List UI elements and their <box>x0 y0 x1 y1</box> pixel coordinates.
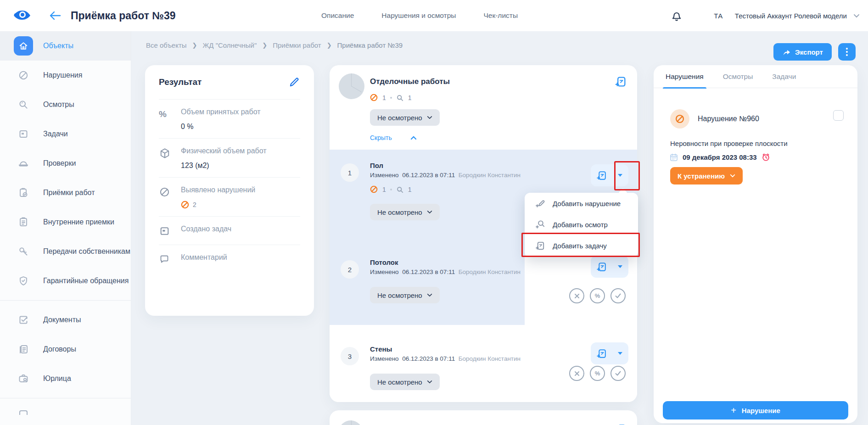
breadcrumb-project[interactable]: ЖД "Солнечный" <box>202 41 257 49</box>
tab-violations-inspections[interactable]: Нарушения и осмотры <box>381 11 456 20</box>
dot-separator <box>390 189 392 190</box>
breadcrumb-all-objects[interactable]: Все объекты <box>146 41 187 49</box>
sidebar-item-objects[interactable]: Объекты <box>0 31 131 61</box>
section-status-dropdown[interactable]: Не осмотрено <box>370 109 440 126</box>
row-number: 1 <box>341 163 359 182</box>
kebab-icon <box>846 48 848 56</box>
work-row-ceiling[interactable]: 2 Потолок Изменено 06.12.2023 в 07:11 Бо… <box>330 246 637 325</box>
row-status-label: Не осмотрено <box>377 378 422 386</box>
plus-icon: + <box>731 406 736 415</box>
partial-percent-button[interactable]: % <box>590 366 605 381</box>
tab-violations[interactable]: Нарушения <box>666 65 704 88</box>
violation-avatar-icon <box>670 109 689 129</box>
row-action-group <box>591 342 628 364</box>
more-actions-button[interactable] <box>838 43 856 61</box>
section-status-label: Не осмотрено <box>377 114 422 122</box>
clipboard-check-icon <box>14 183 33 202</box>
sidebar-item-contracts[interactable]: Договоры <box>0 335 131 364</box>
caret-down-icon <box>618 174 622 177</box>
document-check-icon <box>14 310 33 330</box>
sidebar-item-label: Объекты <box>43 42 73 50</box>
sidebar-item-legal-entities[interactable]: Юрлица <box>0 364 131 393</box>
reject-circle-x-button[interactable] <box>569 366 584 381</box>
reject-circle-x-button[interactable] <box>569 288 584 303</box>
sidebar-item-documents[interactable]: Документы <box>0 305 131 335</box>
chevron-down-icon <box>730 174 735 178</box>
row-status-dropdown[interactable]: Не осмотрено <box>370 204 440 220</box>
result-row-physical-volume: Физический объем работ 123 (м2) <box>159 138 300 177</box>
sidebar-item-internal-acceptances[interactable]: Внутренние приемки <box>0 207 131 237</box>
violation-status-label: К устранению <box>678 172 725 180</box>
inspections-count: 1 <box>408 186 412 193</box>
result-row-label: Физический объем работ <box>181 147 267 155</box>
sidebar-item-owner-transfers[interactable]: Передачи собственникам <box>0 237 131 266</box>
contract-icon <box>14 340 33 359</box>
sidebar-divider <box>0 398 131 398</box>
notifications-bell-icon[interactable] <box>670 9 683 22</box>
row-status-dropdown[interactable]: Не осмотрено <box>370 287 440 303</box>
back-arrow-icon <box>49 11 61 20</box>
user-menu-chevron-down-icon[interactable] <box>853 14 860 18</box>
edit-pencil-icon[interactable] <box>288 76 300 88</box>
chevron-down-icon <box>427 293 432 297</box>
tab-tasks[interactable]: Задачи <box>772 65 796 88</box>
row-action-group <box>591 164 628 186</box>
sidebar-item-warranty-claims[interactable]: Гарантийные обращения <box>0 266 131 296</box>
alarm-clock-icon <box>761 152 771 162</box>
accept-circle-check-button[interactable] <box>610 288 626 303</box>
row-title: Потолок <box>370 258 398 266</box>
violation-status-dropdown[interactable]: К устранению <box>670 167 743 185</box>
row-actions-dropdown-button[interactable] <box>612 164 628 186</box>
work-row-walls[interactable]: 3 Стены Изменено 06.12.2023 в 07:11 Боро… <box>330 333 637 402</box>
tab-description[interactable]: Описание <box>321 11 354 20</box>
sidebar-item-violations[interactable]: Нарушения <box>0 61 131 90</box>
add-task-icon[interactable] <box>615 423 627 425</box>
sidebar-item-work-acceptances[interactable]: Приёмки работ <box>0 178 131 207</box>
violation-icon <box>159 186 171 198</box>
sidebar-item-inspections[interactable]: Осмотры <box>0 90 131 119</box>
work-section-header: Отделочные работы 1 1 Не осмотрено Скрыт… <box>330 65 637 150</box>
add-task-icon[interactable] <box>591 164 612 186</box>
sidebar-item-checks[interactable]: Проверки <box>0 149 131 178</box>
violation-badge-icon <box>370 185 378 194</box>
accept-circle-check-button[interactable] <box>610 366 626 381</box>
menu-item-add-violation[interactable]: Добавить нарушение <box>525 193 638 214</box>
menu-item-label: Добавить нарушение <box>553 200 621 207</box>
add-task-icon[interactable] <box>591 342 612 364</box>
export-button[interactable]: Экспорт <box>773 43 832 61</box>
comment-icon <box>159 254 171 266</box>
partial-percent-button[interactable]: % <box>590 288 605 303</box>
menu-item-add-task[interactable]: Добавить задачу <box>525 235 638 256</box>
share-arrow-icon <box>782 48 791 56</box>
chevron-down-icon <box>427 210 432 214</box>
row-actions-dropdown-button[interactable] <box>612 342 628 364</box>
menu-item-add-inspection[interactable]: Добавить осмотр <box>525 214 638 235</box>
cube-icon <box>159 147 171 159</box>
sidebar-item-label: Приёмки работ <box>43 189 95 197</box>
tab-checklists[interactable]: Чек-листы <box>483 11 518 20</box>
sidebar-item-tasks[interactable]: Задачи <box>0 119 131 149</box>
row-number: 3 <box>341 347 359 365</box>
back-button[interactable] <box>48 8 62 23</box>
sidebar-item-label: Задачи <box>43 130 68 138</box>
add-violation-button[interactable]: + Нарушение <box>663 401 848 419</box>
collapse-section-link[interactable]: Скрыть <box>370 134 417 141</box>
right-panel: Нарушения Осмотры Задачи Нарушение №960 … <box>654 65 857 423</box>
work-section-title: Отделочные работы <box>370 77 450 86</box>
add-task-icon[interactable] <box>591 256 612 278</box>
user-initials: ТА <box>714 12 723 20</box>
row-status-dropdown[interactable]: Не осмотрено <box>370 374 440 390</box>
violation-list-item[interactable]: Нарушение №960 Неровности при проверке п… <box>654 88 857 100</box>
tab-inspections[interactable]: Осмотры <box>723 65 753 88</box>
breadcrumb-acceptances[interactable]: Приёмки работ <box>273 41 321 49</box>
inspection-badge-icon <box>396 94 404 102</box>
add-task-icon[interactable] <box>614 75 627 88</box>
violation-checkbox[interactable] <box>833 110 844 121</box>
user-name[interactable]: Тестовый Аккаунт Ролевой модели <box>735 12 847 20</box>
shield-check-icon <box>14 271 33 291</box>
result-row-tasks-created: Создано задач <box>159 216 300 245</box>
row-changed-date: 06.12.2023 в 07:11 <box>402 268 455 275</box>
caret-down-icon <box>618 352 622 355</box>
row-counters: 1 1 <box>370 185 412 194</box>
row-actions-dropdown-button[interactable] <box>612 256 628 278</box>
